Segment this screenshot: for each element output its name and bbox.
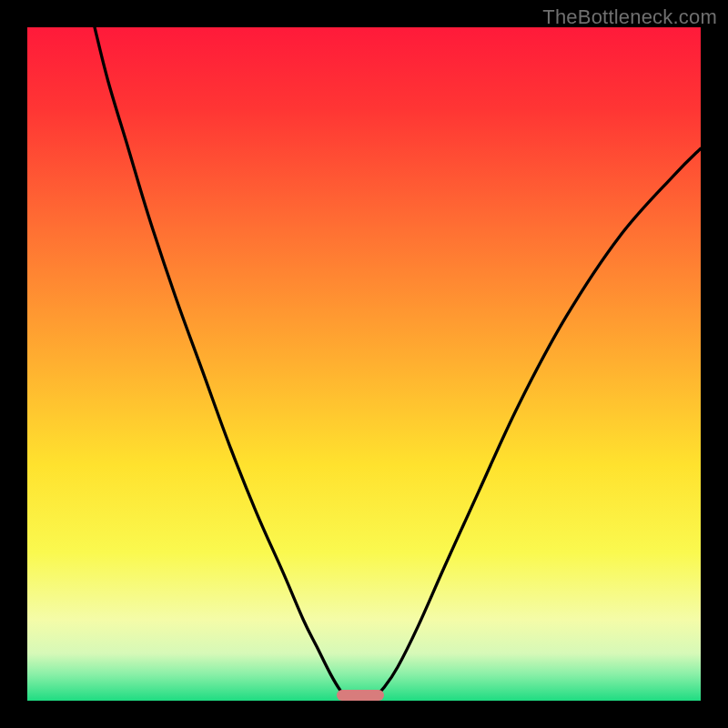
right-curve (374, 148, 701, 697)
plot-area (27, 27, 701, 701)
watermark-text: TheBottleneck.com (542, 5, 717, 29)
chart-frame: TheBottleneck.com (0, 0, 728, 728)
bottleneck-marker (337, 690, 384, 701)
left-curve (95, 27, 348, 697)
curves-layer (27, 27, 701, 701)
